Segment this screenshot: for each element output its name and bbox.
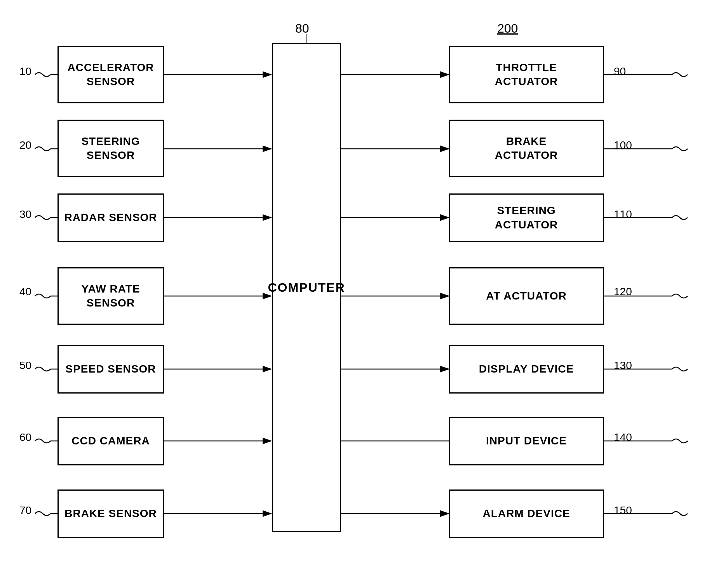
box-brake-sensor: BRAKE SENSOR xyxy=(57,489,164,538)
label-140: 140 xyxy=(614,431,632,444)
box-steering-actuator: STEERINGACTUATOR xyxy=(449,193,604,242)
box-speed-sensor: SPEED SENSOR xyxy=(57,345,164,394)
computer-ref-label: 80 xyxy=(295,21,309,36)
computer-label: COMPUTER xyxy=(268,280,345,295)
label-90: 90 xyxy=(614,65,626,78)
box-yaw-rate-sensor: YAW RATESENSOR xyxy=(57,267,164,325)
label-130: 130 xyxy=(614,359,632,372)
group-ref-label: 200 xyxy=(497,21,518,36)
box-steering-sensor: STEERINGSENSOR xyxy=(57,120,164,177)
box-input-device: INPUT DEVICE xyxy=(449,417,604,465)
box-accelerator-sensor: ACCELERATORSENSOR xyxy=(57,46,164,103)
label-10: 10 xyxy=(19,65,31,78)
label-30: 30 xyxy=(19,208,31,221)
computer-box: COMPUTER xyxy=(272,43,341,532)
box-at-actuator: AT ACTUATOR xyxy=(449,267,604,325)
label-20: 20 xyxy=(19,139,31,152)
label-110: 110 xyxy=(614,208,632,221)
box-display-device: DISPLAY DEVICE xyxy=(449,345,604,394)
label-150: 150 xyxy=(614,504,632,517)
label-120: 120 xyxy=(614,286,632,298)
label-70: 70 xyxy=(19,504,31,517)
box-alarm-device: ALARM DEVICE xyxy=(449,489,604,538)
box-throttle-actuator: THROTTLEACTUATOR xyxy=(449,46,604,103)
label-60: 60 xyxy=(19,431,31,444)
label-40: 40 xyxy=(19,286,31,298)
box-ccd-camera: CCD CAMERA xyxy=(57,417,164,465)
label-50: 50 xyxy=(19,359,31,372)
diagram: 80 200 COMPUTER 10 ACCELERATORSENSOR 20 … xyxy=(0,0,728,587)
box-radar-sensor: RADAR SENSOR xyxy=(57,193,164,242)
label-100: 100 xyxy=(614,139,632,152)
box-brake-actuator: BRAKEACTUATOR xyxy=(449,120,604,177)
